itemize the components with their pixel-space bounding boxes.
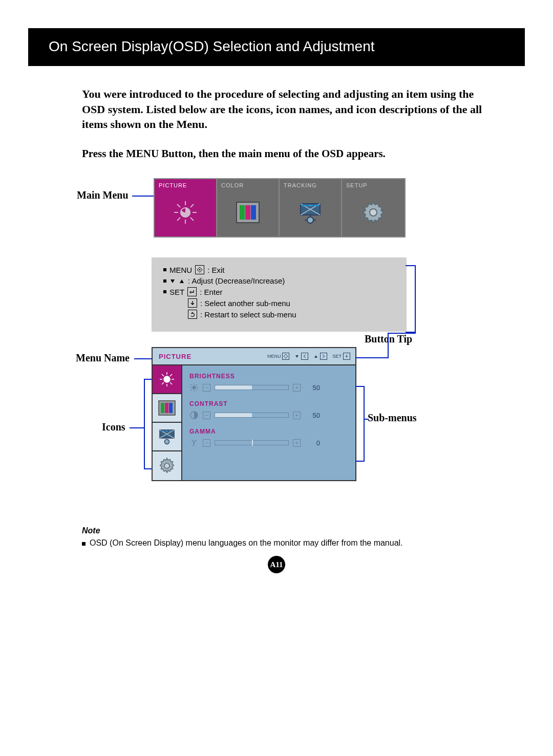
decrease-button[interactable]: − <box>203 412 210 419</box>
tip-key-set: SET <box>169 288 184 296</box>
slider-bar[interactable] <box>215 385 289 390</box>
tip-action: : Select another sub-menu <box>200 299 290 308</box>
gear-icon <box>360 199 387 226</box>
brightness-icon <box>172 199 199 226</box>
intro-paragraph: You were introduced to the procedure of … <box>82 87 497 132</box>
bullet-icon <box>163 268 166 271</box>
connector <box>144 379 145 469</box>
setting-value: 50 <box>305 384 320 392</box>
tab-label: SETUP <box>342 179 405 188</box>
up-triangle-icon <box>179 278 185 284</box>
slider-bar[interactable] <box>215 413 289 418</box>
svg-point-21 <box>164 376 170 382</box>
down-arrow-icon <box>343 353 350 360</box>
hint-set-label: SET <box>332 354 342 359</box>
increase-button[interactable]: + <box>293 412 301 419</box>
main-menu-tab-setup[interactable]: SETUP <box>342 179 405 236</box>
label-menu-name: Menu Name <box>76 352 130 364</box>
bullet-icon <box>82 542 86 546</box>
tab-label: PICTURE <box>155 179 216 188</box>
svg-rect-33 <box>169 403 173 413</box>
restart-icon <box>188 310 197 319</box>
hint-down <box>294 353 308 360</box>
svg-line-7 <box>190 218 194 221</box>
decrease-button[interactable]: − <box>203 384 210 392</box>
button-tips-panel: MENU : Exit : Adjust (Decrease/Increase)… <box>152 257 407 332</box>
svg-line-8 <box>177 218 180 221</box>
svg-rect-11 <box>240 205 245 220</box>
sidebar-icon-picture[interactable] <box>153 365 181 394</box>
osd-header: PICTURE MENU SET <box>153 348 355 365</box>
tip-action: : Enter <box>200 288 222 296</box>
tip-adjust: : Adjust (Decrease/Increase) <box>163 276 400 285</box>
osd-diagram-area: Main Menu Menu Name Icons Button Tip Sub… <box>0 178 553 511</box>
main-menu-tab-color[interactable]: COLOR <box>217 179 280 236</box>
note-heading: Note <box>82 526 497 535</box>
enter-icon <box>187 287 197 296</box>
tracking-icon <box>297 199 324 226</box>
setting-gamma: GAMMA − + 0 <box>189 428 349 447</box>
svg-rect-32 <box>165 403 168 413</box>
svg-rect-12 <box>245 205 250 220</box>
svg-line-47 <box>191 390 192 391</box>
page-number: A11 <box>270 560 283 569</box>
decrease-button[interactable]: − <box>203 439 210 447</box>
down-arrow-icon <box>188 298 197 308</box>
color-bars-icon <box>235 199 261 226</box>
svg-point-18 <box>307 217 313 223</box>
sidebar-icon-setup[interactable] <box>153 451 181 480</box>
brightness-icon <box>159 371 175 387</box>
tip-menu-exit: MENU : Exit <box>163 265 400 274</box>
connector <box>388 333 416 334</box>
svg-rect-17 <box>314 205 319 206</box>
connector <box>364 419 369 420</box>
press-menu-line: Press the MENU Button, then the main men… <box>82 147 497 160</box>
note-row: OSD (On Screen Display) menu languages o… <box>82 538 497 548</box>
connector <box>134 358 152 359</box>
diamond-icon <box>195 265 204 274</box>
setting-value: 50 <box>305 412 320 419</box>
page-title: On Screen Display(OSD) Selection and Adj… <box>49 38 375 54</box>
setting-brightness: BRIGHTNESS − + 50 <box>189 373 349 392</box>
bullet-icon <box>163 290 166 293</box>
connector <box>130 427 144 428</box>
setting-row: − + 0 <box>189 438 349 447</box>
svg-rect-31 <box>161 403 164 413</box>
increase-button[interactable]: + <box>293 439 301 447</box>
setting-label: BRIGHTNESS <box>189 373 349 380</box>
svg-line-29 <box>170 374 172 376</box>
tab-label: COLOR <box>217 179 279 188</box>
connector <box>355 357 388 358</box>
tip-select-sub: : Select another sub-menu <box>188 298 400 308</box>
hint-up <box>313 353 327 360</box>
svg-line-28 <box>162 382 164 384</box>
hint-set: SET <box>332 353 350 360</box>
svg-rect-15 <box>302 205 307 206</box>
setting-label: GAMMA <box>189 428 349 435</box>
setting-label: CONTRAST <box>189 400 349 407</box>
sidebar-icon-tracking[interactable] <box>153 423 181 451</box>
svg-point-39 <box>164 463 169 468</box>
osd-window: PICTURE MENU SET <box>152 347 356 481</box>
connector <box>132 196 154 197</box>
main-menu-tab-picture[interactable]: PICTURE <box>155 179 217 236</box>
sidebar-icon-color[interactable] <box>153 394 181 423</box>
gamma-icon <box>189 438 199 447</box>
connector <box>415 265 416 333</box>
diamond-icon <box>282 353 289 360</box>
osd-sidebar <box>153 365 182 480</box>
slider-bar[interactable] <box>215 440 289 445</box>
label-icons: Icons <box>102 421 125 433</box>
page: On Screen Display(OSD) Selection and Adj… <box>0 28 553 589</box>
setting-contrast: CONTRAST − + 50 <box>189 400 349 420</box>
connector <box>355 461 364 462</box>
connector <box>388 333 389 340</box>
connector <box>144 379 152 380</box>
svg-rect-37 <box>169 430 172 431</box>
tracking-icon <box>158 428 176 445</box>
connector <box>406 265 415 266</box>
tip-key-menu: MENU <box>169 266 192 274</box>
main-menu-tab-tracking[interactable]: TRACKING <box>280 179 342 236</box>
note-text: OSD (On Screen Display) menu languages o… <box>90 538 403 548</box>
increase-button[interactable]: + <box>293 384 301 392</box>
